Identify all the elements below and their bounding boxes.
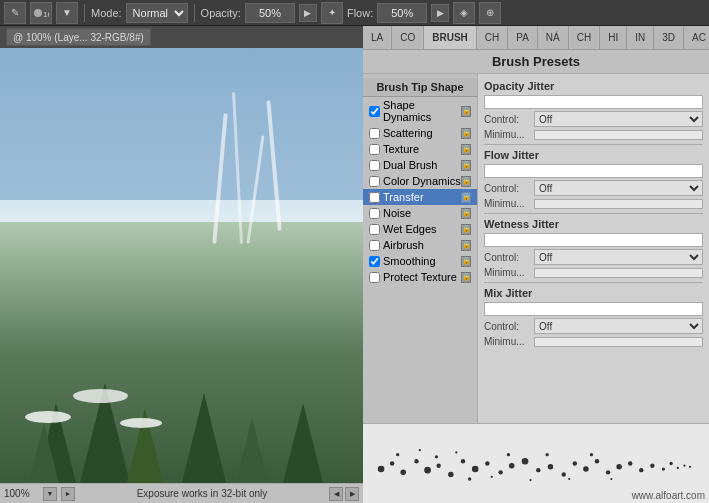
tab-ch[interactable]: CH: [477, 26, 508, 49]
svg-point-44: [509, 463, 515, 469]
tablet-icon[interactable]: ◈: [453, 2, 475, 24]
wetness-jitter-bar[interactable]: [484, 233, 703, 247]
svg-point-69: [529, 479, 531, 481]
color-dynamics-lock[interactable]: 🔒: [461, 176, 471, 187]
transfer-lock[interactable]: 🔒: [461, 192, 471, 203]
opacity-minimum-bar[interactable]: [534, 130, 703, 140]
tab-ch2[interactable]: CH: [569, 26, 600, 49]
tab-la[interactable]: LA: [363, 26, 392, 49]
dual-brush-label: Dual Brush: [383, 159, 461, 171]
airbrush-checkbox[interactable]: [369, 240, 380, 251]
flow-input[interactable]: [377, 3, 427, 23]
brush-options-icon[interactable]: ▼: [56, 2, 78, 24]
mix-control-select[interactable]: Off: [534, 318, 703, 334]
svg-point-57: [662, 467, 665, 470]
shape-dynamics-lock[interactable]: 🔒: [461, 106, 471, 117]
svg-point-73: [610, 478, 612, 480]
flow-jitter-title: Flow Jitter: [484, 149, 703, 161]
status-nav: ◀ ▶: [329, 487, 359, 501]
wetness-minimum-bar[interactable]: [534, 268, 703, 278]
tab-brush[interactable]: BRUSH: [424, 26, 477, 49]
settings-noise[interactable]: Noise 🔒: [363, 205, 477, 221]
protect-texture-lock[interactable]: 🔒: [461, 272, 471, 283]
brush-tool-icon[interactable]: ✎: [4, 2, 26, 24]
tab-hi[interactable]: HI: [600, 26, 627, 49]
divider-1: [484, 144, 703, 145]
extra-icon[interactable]: ⊕: [479, 2, 501, 24]
opacity-jitter-bar[interactable]: [484, 95, 703, 109]
opacity-control-row: Control: Off: [484, 111, 703, 127]
flow-up-btn[interactable]: ▶: [431, 4, 449, 22]
flow-minimum-bar[interactable]: [534, 199, 703, 209]
texture-lock[interactable]: 🔒: [461, 144, 471, 155]
tab-3d[interactable]: 3D: [654, 26, 684, 49]
zoom-level: 100%: [4, 488, 39, 499]
svg-point-66: [468, 477, 471, 480]
transfer-checkbox[interactable]: [369, 192, 380, 203]
settings-wet-edges[interactable]: Wet Edges 🔒: [363, 221, 477, 237]
mix-minimum-label: Minimu...: [484, 336, 534, 347]
texture-label: Texture: [383, 143, 461, 155]
texture-checkbox[interactable]: [369, 144, 380, 155]
mode-select[interactable]: Normal: [126, 3, 188, 23]
flow-control-select[interactable]: Off: [534, 180, 703, 196]
wet-edges-lock[interactable]: 🔒: [461, 224, 471, 235]
brush-settings-list: Brush Tip Shape Shape Dynamics 🔒 Scatter…: [363, 74, 478, 423]
tab-co[interactable]: CO: [392, 26, 424, 49]
smoothing-lock[interactable]: 🔒: [461, 256, 471, 267]
opacity-control-select[interactable]: Off: [534, 111, 703, 127]
canvas-image[interactable]: [0, 48, 363, 483]
mix-minimum-bar[interactable]: [534, 337, 703, 347]
flow-jitter-bar[interactable]: [484, 164, 703, 178]
noise-checkbox[interactable]: [369, 208, 380, 219]
settings-smoothing[interactable]: Smoothing 🔒: [363, 253, 477, 269]
next-btn[interactable]: ▶: [345, 487, 359, 501]
svg-point-64: [435, 455, 438, 458]
tab-na[interactable]: NÁ: [538, 26, 569, 49]
tab-ac[interactable]: AC: [684, 26, 709, 49]
settings-dual-brush[interactable]: Dual Brush 🔒: [363, 157, 477, 173]
settings-transfer[interactable]: Transfer 🔒: [363, 189, 477, 205]
opacity-input[interactable]: [245, 3, 295, 23]
settings-airbrush[interactable]: Airbrush 🔒: [363, 237, 477, 253]
scattering-lock[interactable]: 🔒: [461, 128, 471, 139]
wet-edges-checkbox[interactable]: [369, 224, 380, 235]
airbrush-icon[interactable]: ✦: [321, 2, 343, 24]
settings-shape-dynamics[interactable]: Shape Dynamics 🔒: [363, 97, 477, 125]
zoom-up-btn[interactable]: ►: [61, 487, 75, 501]
smoothing-checkbox[interactable]: [369, 256, 380, 267]
noise-lock[interactable]: 🔒: [461, 208, 471, 219]
svg-point-38: [436, 464, 440, 468]
brush-preset-picker[interactable]: 16: [30, 2, 52, 24]
wetness-control-label: Control:: [484, 252, 534, 263]
settings-protect-texture[interactable]: Protect Texture 🔒: [363, 269, 477, 285]
settings-scattering[interactable]: Scattering 🔒: [363, 125, 477, 141]
opacity-up-btn[interactable]: ▶: [299, 4, 317, 22]
brush-tip-shape-header[interactable]: Brush Tip Shape: [363, 78, 477, 97]
dual-brush-lock[interactable]: 🔒: [461, 160, 471, 171]
wetness-minimum-row: Minimu...: [484, 267, 703, 278]
svg-point-56: [650, 464, 654, 468]
protect-texture-checkbox[interactable]: [369, 272, 380, 283]
svg-point-36: [414, 459, 418, 463]
tab-in[interactable]: IN: [627, 26, 654, 49]
settings-texture[interactable]: Texture 🔒: [363, 141, 477, 157]
svg-point-55: [639, 468, 643, 472]
canvas-tab-header: @ 100% (Laye... 32-RGB/8#): [0, 26, 363, 48]
airbrush-lock[interactable]: 🔒: [461, 240, 471, 251]
settings-color-dynamics[interactable]: Color Dynamics 🔒: [363, 173, 477, 189]
color-dynamics-checkbox[interactable]: [369, 176, 380, 187]
zoom-down-btn[interactable]: ▼: [43, 487, 57, 501]
canvas-tab-btn[interactable]: @ 100% (Laye... 32-RGB/8#): [6, 28, 151, 46]
prev-btn[interactable]: ◀: [329, 487, 343, 501]
tab-pa[interactable]: PA: [508, 26, 538, 49]
scattering-checkbox[interactable]: [369, 128, 380, 139]
flow-control-label: Control:: [484, 183, 534, 194]
mix-jitter-bar[interactable]: [484, 302, 703, 316]
wetness-control-select[interactable]: Off: [534, 249, 703, 265]
mix-control-label: Control:: [484, 321, 534, 332]
dual-brush-checkbox[interactable]: [369, 160, 380, 171]
shape-dynamics-checkbox[interactable]: [369, 106, 380, 117]
mix-control-row: Control: Off: [484, 318, 703, 334]
brush-presets-header: Brush Presets: [363, 50, 709, 74]
